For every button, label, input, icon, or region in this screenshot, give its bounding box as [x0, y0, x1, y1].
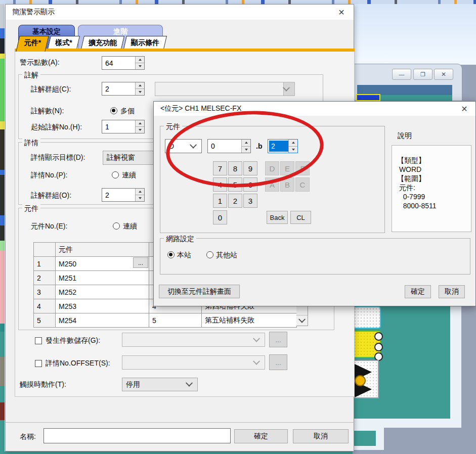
key-label: Back — [270, 214, 285, 221]
detail-no-continuous-radio[interactable] — [112, 171, 119, 178]
occurrence-browse-button: ... — [269, 332, 287, 347]
background-window-edge-bottom — [353, 419, 461, 428]
device-no-continuous-radio[interactable] — [113, 222, 120, 230]
switch-comment-screen-button[interactable]: 切換至元件註解畫面 — [159, 285, 240, 298]
help-line: 元件: — [397, 183, 471, 192]
comment-group-spinner[interactable]: 2 — [102, 82, 145, 96]
spin-down-icon[interactable] — [135, 126, 144, 133]
cell-device[interactable]: M251 — [56, 271, 149, 285]
tab-extended-label: 擴充功能 — [83, 36, 122, 49]
device-no-label: 元件No.(E): — [31, 222, 67, 231]
tab-display-condition[interactable]: 顯示條件 — [123, 36, 167, 49]
cell-no[interactable]: 1 — [34, 257, 56, 271]
touch-action-label: 觸摸時動作(T): — [20, 380, 66, 389]
start-comment-spinner[interactable]: 1 — [102, 120, 145, 133]
background-left-window-strip — [0, 4, 5, 454]
comment-group-value: 2 — [102, 82, 135, 95]
tab-style[interactable]: 樣式* — [48, 36, 80, 49]
window-restore-button[interactable]: ❐ — [413, 69, 432, 80]
key-label: 3 — [248, 197, 252, 205]
touch-action-value: 停用 — [122, 380, 187, 389]
dropdown-button — [283, 82, 294, 96]
device-ok-button[interactable]: 確定 — [405, 285, 431, 298]
comment-count-multiple-radio[interactable] — [110, 107, 117, 114]
spin-down-icon[interactable] — [135, 195, 144, 201]
tab-underline-bar — [15, 49, 355, 52]
key-label: CL — [296, 214, 305, 221]
comment-count-label: 註解數(N): — [31, 107, 64, 116]
keypad-2[interactable]: 2 — [228, 194, 242, 208]
spin-down-icon[interactable] — [135, 63, 144, 69]
cancel-button-label: 取消 — [314, 432, 328, 441]
detail-comment-group-spinner[interactable]: 2 — [102, 188, 145, 202]
keypad-back[interactable]: Back — [267, 211, 288, 224]
spin-down-icon[interactable] — [135, 88, 144, 95]
window-close-button[interactable]: ✕ — [434, 69, 453, 80]
occurrence-checkbox[interactable] — [35, 337, 42, 344]
device-groupbox-legend: 元件 — [22, 204, 40, 213]
lamp-circle-icon — [374, 332, 383, 341]
other-station-label: 其他站 — [216, 251, 237, 260]
detail-groupbox-legend: 詳情 — [22, 139, 40, 148]
device-cancel-button[interactable]: 取消 — [439, 285, 465, 298]
chevron-down-icon — [253, 335, 260, 342]
ok-button[interactable]: 確定 — [234, 429, 288, 443]
cell-device[interactable]: M254 — [56, 313, 149, 328]
keypad-1[interactable]: 1 — [213, 194, 227, 208]
help-panel-label: 說明 — [398, 131, 412, 141]
local-station-radio[interactable] — [167, 251, 175, 258]
comment-count-multiple-label: 多個 — [120, 107, 135, 116]
offset-dropdown — [122, 355, 265, 370]
detail-target-label: 詳情顯示目標(D): — [31, 153, 85, 162]
offset-label: 詳情No.OFFSET(S): — [46, 359, 110, 368]
alarm-points-spinner[interactable]: 64 — [102, 56, 145, 70]
cancel-button-label: 取消 — [445, 287, 459, 296]
cell-no[interactable]: 3 — [34, 285, 56, 299]
cell-no[interactable]: 4 — [34, 299, 56, 313]
cell-device[interactable]: M253 — [56, 299, 149, 313]
device-dialog-close-button[interactable]: ✕ — [456, 103, 472, 115]
keypad-0[interactable]: 0 — [213, 210, 227, 224]
tab-style-label: 樣式* — [50, 36, 78, 49]
key-label: 0 — [218, 213, 222, 222]
tab-trigger-label: 顯示條件 — [125, 36, 165, 49]
cell-no[interactable]: 5 — [34, 313, 56, 328]
touch-action-dropdown[interactable]: 停用 — [122, 378, 198, 391]
spin-up-icon[interactable] — [135, 57, 144, 63]
table-row[interactable]: 5 M254 5 第五站補料失敗 — [34, 313, 297, 328]
device-browse-button[interactable]: ... — [133, 257, 148, 268]
network-legend: 網路設定 — [164, 235, 196, 244]
dialog-title: 簡潔警示顯示 — [12, 8, 55, 17]
ellipsis-icon: ... — [275, 358, 281, 367]
cancel-button[interactable]: 取消 — [293, 429, 349, 443]
cell-no2[interactable]: 5 — [149, 313, 202, 328]
offset-checkbox[interactable] — [35, 360, 42, 367]
background-editor-menu-strip — [357, 85, 452, 95]
chevron-down-icon — [283, 84, 290, 92]
dialog-titlebar: 簡潔警示顯示 — [6, 5, 354, 20]
other-station-radio[interactable] — [206, 251, 213, 258]
name-input[interactable] — [44, 428, 231, 443]
cell-comment[interactable]: 第五站補料失敗 — [202, 313, 297, 328]
spin-up-icon[interactable] — [135, 189, 144, 195]
hmi-object-valve-symbol — [353, 360, 379, 398]
background-canvas-strip-bottom — [5, 451, 353, 454]
dialog-close-button[interactable]: ✕ — [333, 6, 350, 18]
close-icon: ✕ — [441, 71, 446, 78]
detail-no-continuous-label: 連續 — [122, 171, 136, 180]
tab-device[interactable]: 元件* — [16, 36, 49, 52]
spin-up-icon[interactable] — [135, 120, 144, 126]
start-comment-label: 起始註解No.(H): — [31, 123, 82, 132]
alarm-points-value: 64 — [102, 57, 135, 69]
keypad-3[interactable]: 3 — [243, 194, 257, 208]
window-minimize-button[interactable]: — — [392, 69, 411, 80]
cell-device[interactable]: M252 — [56, 285, 149, 299]
scrollbar-down-button[interactable] — [296, 315, 308, 326]
spin-up-icon[interactable] — [135, 82, 144, 88]
detail-comment-group-label: 註解群組(O): — [31, 191, 71, 200]
tab-extended-function[interactable]: 擴充功能 — [81, 36, 124, 49]
keypad-clear[interactable]: CL — [290, 211, 311, 224]
keypad-c: C — [295, 177, 310, 192]
key-label: B — [285, 180, 290, 189]
cell-no[interactable]: 2 — [34, 271, 56, 285]
